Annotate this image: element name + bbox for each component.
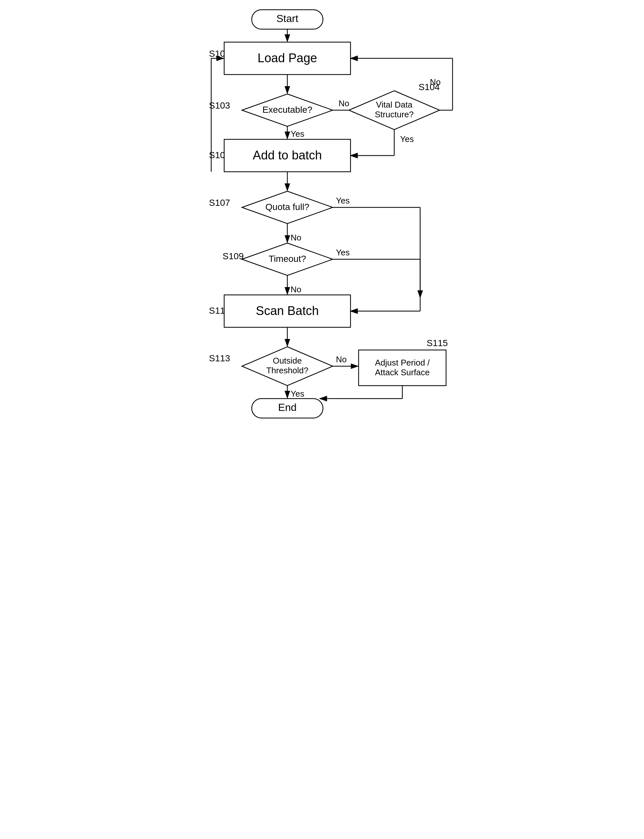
- adjust-period-line1: Adjust Period /: [375, 358, 430, 367]
- yes-label-exec: Yes: [291, 129, 304, 139]
- yes-label-vital: Yes: [400, 134, 414, 144]
- quota-full-label: Quota full?: [265, 202, 309, 212]
- add-to-batch-label: Add to batch: [253, 148, 322, 162]
- yes-label-quota: Yes: [336, 196, 350, 206]
- yes-label-timeout: Yes: [336, 248, 350, 257]
- timeout-label: Timeout?: [269, 254, 306, 264]
- s113-label: S113: [209, 353, 230, 363]
- no-label-2: No: [430, 77, 440, 87]
- outside-thresh-line1: Outside: [273, 356, 302, 365]
- vital-data-line2: Structure?: [375, 110, 414, 119]
- outside-thresh-line2: Threshold?: [266, 365, 309, 375]
- start-label: Start: [276, 13, 298, 24]
- yes-label-threshold: Yes: [291, 389, 304, 398]
- no-label-quota: No: [291, 233, 301, 242]
- s109-label: S109: [223, 251, 243, 261]
- s103-label: S103: [209, 100, 230, 110]
- flowchart-diagram: Start S101 Load Page S103 Executable? No…: [161, 0, 483, 420]
- executable-label: Executable?: [263, 105, 312, 115]
- adjust-period-line2: Attack Surface: [375, 367, 430, 377]
- load-page-label: Load Page: [258, 51, 317, 65]
- vital-data-line1: Vital Data: [376, 100, 413, 110]
- s107-label: S107: [209, 198, 230, 208]
- no-label-timeout: No: [291, 285, 301, 294]
- no-label-1: No: [338, 99, 349, 108]
- s115-label: S115: [427, 338, 448, 348]
- end-label: End: [278, 401, 297, 413]
- no-label-threshold: No: [336, 355, 347, 364]
- scan-batch-label: Scan Batch: [256, 304, 319, 318]
